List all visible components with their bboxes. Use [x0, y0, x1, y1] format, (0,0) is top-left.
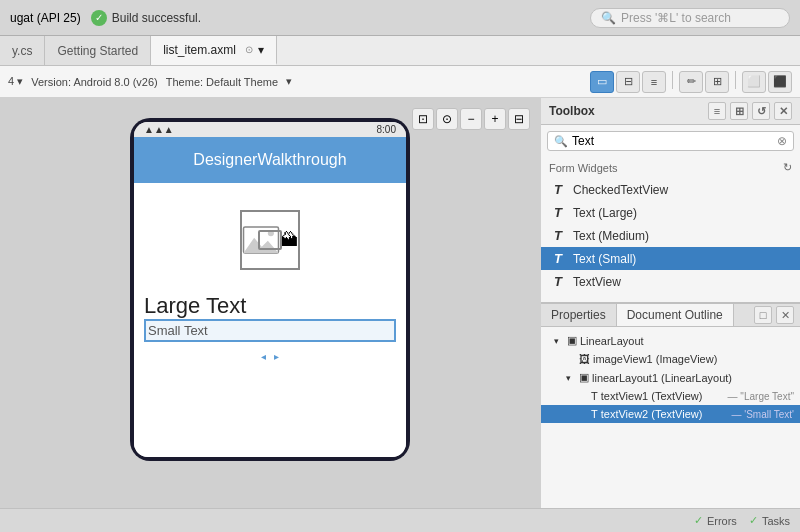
phone-mockup: ▲▲▲ 8:00 DesignerWalkthrough [130, 118, 410, 461]
outline-linearlayout1[interactable]: ▾ ▣ linearLayout1 (LinearLayout) [541, 368, 800, 387]
portrait-btn[interactable]: ⬜ [742, 71, 766, 93]
source-view-btn[interactable]: ≡ [642, 71, 666, 93]
large-text-view: Large Text [144, 293, 396, 319]
tab-properties[interactable]: Properties [541, 304, 617, 326]
toolbar-separator [672, 71, 673, 89]
zoom-controls: ⊡ ⊙ − + ⊟ [412, 108, 530, 130]
outline-textview2[interactable]: T textView2 (TextView) — 'Small Text' [541, 405, 800, 423]
outline-imageview1[interactable]: 🖼 imageView1 (ImageView) [541, 350, 800, 368]
image-icon: 🖼 [579, 353, 590, 365]
tasks-check-icon: ✓ [749, 514, 758, 527]
tab-list-item-close[interactable]: ⊙ [245, 44, 253, 55]
tab-bar: y.cs Getting Started list_item.axml ⊙ ▾ [0, 36, 800, 66]
fit-zoom-btn[interactable]: ⊡ [412, 108, 434, 130]
phone-content: DesignerWalkthrough Large Text [134, 137, 406, 457]
status-bar: ✓ Errors ✓ Tasks [0, 508, 800, 532]
main-area: ⊡ ⊙ − + ⊟ ▲▲▲ 8:00 DesignerWalkthrough [0, 98, 800, 508]
app-name: DesignerWalkthrough [193, 151, 346, 168]
tv-icon: T [551, 251, 565, 266]
text-section: Large Text Small Text [134, 293, 406, 347]
doc-outline-close-btn[interactable]: ✕ [776, 306, 794, 324]
right-arrow: ▸ [274, 351, 279, 362]
api-level-label: 4 ▾ [8, 75, 23, 88]
tab-getting-started-label: Getting Started [57, 44, 138, 58]
landscape-btn[interactable]: ⬛ [768, 71, 792, 93]
theme-info: Theme: Default Theme [166, 76, 278, 88]
toolbox-list-view-btn[interactable]: ≡ [708, 102, 726, 120]
toolbox-item-checkedtextview[interactable]: T CheckedTextView [541, 178, 800, 201]
tv-icon: T [551, 274, 565, 289]
title-bar: ugat (API 25) ✓ Build successful. 🔍 Pres… [0, 0, 800, 36]
toolbox-item-label: Text (Small) [573, 252, 636, 266]
tab-ycs[interactable]: y.cs [0, 36, 45, 65]
document-outline-tree: ▾ ▣ LinearLayout 🖼 imageView1 (ImageView… [541, 327, 800, 508]
bottom-right-panel: Properties Document Outline □ ✕ ▾ ▣ Line… [541, 303, 800, 508]
tab-getting-started[interactable]: Getting Started [45, 36, 151, 65]
app-header: DesignerWalkthrough [134, 137, 406, 183]
toolbox-item-label: TextView [573, 275, 621, 289]
wifi-icon: ▲▲▲ [144, 124, 174, 135]
textview-icon: T [591, 408, 598, 420]
bottom-panel-tab-bar: Properties Document Outline □ ✕ [541, 304, 800, 327]
toolbox-item-text-medium[interactable]: T Text (Medium) [541, 224, 800, 247]
toolbar-separator-2 [735, 71, 736, 89]
errors-label: Errors [707, 515, 737, 527]
svg-point-2 [268, 230, 274, 236]
search-icon: 🔍 [601, 11, 616, 25]
zoom-in-btn[interactable]: + [484, 108, 506, 130]
global-search-bar[interactable]: 🔍 Press '⌘L' to search [590, 8, 790, 28]
errors-status[interactable]: ✓ Errors [694, 514, 737, 527]
version-info: Version: Android 8.0 (v26) [31, 76, 158, 88]
small-text-view: Small Text [144, 319, 396, 342]
textview2-value: — 'Small Text' [731, 409, 794, 420]
view-toggle-group: ▭ ⊟ ≡ ✏ ⊞ ⬜ ⬛ [590, 71, 792, 93]
expand-icon[interactable]: ▾ [566, 373, 576, 383]
tv-icon: T [551, 228, 565, 243]
layout-btn[interactable]: ⊞ [705, 71, 729, 93]
zoom-fit-btn[interactable]: ⊟ [508, 108, 530, 130]
toolbox-header: Toolbox ≡ ⊞ ↺ ✕ [541, 98, 800, 125]
tab-dropdown-icon[interactable]: ▾ [258, 43, 264, 57]
toolbox-item-label: Text (Medium) [573, 229, 649, 243]
split-view-btn[interactable]: ⊟ [616, 71, 640, 93]
build-status-text: Build successful. [112, 11, 201, 25]
zoom-reset-btn[interactable]: ⊙ [436, 108, 458, 130]
zoom-out-btn[interactable]: − [460, 108, 482, 130]
expand-icon[interactable]: ▾ [554, 336, 564, 346]
toolbar-strip: 4 ▾ Version: Android 8.0 (v26) Theme: De… [0, 66, 800, 98]
toolbox-close-btn[interactable]: ✕ [774, 102, 792, 120]
layout-icon: ▣ [579, 371, 589, 384]
tv-icon: T [551, 205, 565, 220]
design-view-btn[interactable]: ▭ [590, 71, 614, 93]
outline-textview1[interactable]: T textView1 (TextView) — "Large Text" [541, 387, 800, 405]
toolbox-panel: Toolbox ≡ ⊞ ↺ ✕ 🔍 ⊗ Form Widgets ↻ T Che… [541, 98, 800, 303]
toolbox-item-text-large[interactable]: T Text (Large) [541, 201, 800, 224]
left-arrow: ◂ [261, 351, 266, 362]
tv-icon: T [551, 182, 565, 197]
toolbox-item-text-small[interactable]: T Text (Small) [541, 247, 800, 270]
toolbox-grid-view-btn[interactable]: ⊞ [730, 102, 748, 120]
tasks-status[interactable]: ✓ Tasks [749, 514, 790, 527]
doc-outline-minimize-btn[interactable]: □ [754, 306, 772, 324]
tab-document-outline[interactable]: Document Outline [617, 304, 734, 326]
textview-icon: T [591, 390, 598, 402]
toolbox-refresh-btn[interactable]: ↺ [752, 102, 770, 120]
toolbox-title: Toolbox [549, 104, 595, 118]
edit-btn[interactable]: ✏ [679, 71, 703, 93]
bottom-panel-actions: □ ✕ [754, 306, 800, 324]
image-placeholder [240, 210, 300, 270]
phone-status-bar: ▲▲▲ 8:00 [134, 122, 406, 137]
tab-list-item[interactable]: list_item.axml ⊙ ▾ [151, 36, 277, 65]
right-panel: Toolbox ≡ ⊞ ↺ ✕ 🔍 ⊗ Form Widgets ↻ T Che… [540, 98, 800, 508]
section-expand-icon[interactable]: ↻ [783, 161, 792, 174]
outline-linearlayout[interactable]: ▾ ▣ LinearLayout [541, 331, 800, 350]
toolbox-search-bar[interactable]: 🔍 ⊗ [547, 131, 794, 151]
search-placeholder-text: Press '⌘L' to search [621, 11, 731, 25]
toolbox-item-textview[interactable]: T TextView [541, 270, 800, 293]
toolbox-item-label: Text (Large) [573, 206, 637, 220]
toolbox-item-label: CheckedTextView [573, 183, 668, 197]
search-clear-btn[interactable]: ⊗ [777, 134, 787, 148]
svg-marker-1 [244, 238, 279, 253]
tab-ycs-label: y.cs [12, 44, 32, 58]
toolbox-search-input[interactable] [572, 134, 773, 148]
